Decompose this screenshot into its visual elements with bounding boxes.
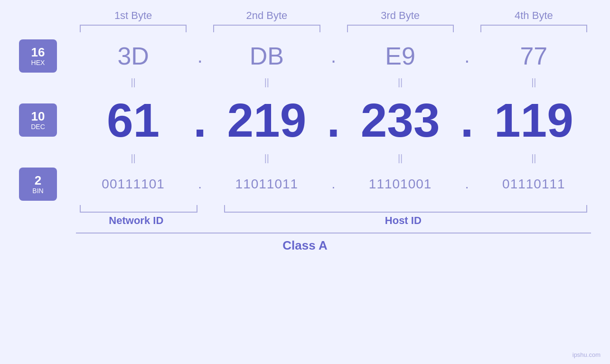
bin-b2: 11011011: [235, 177, 299, 191]
network-id-label: Network ID: [76, 215, 197, 227]
bin-b4: 01110111: [502, 177, 565, 191]
hex-num: 16: [31, 46, 45, 59]
eq1-4: ||: [477, 77, 591, 88]
dec-b2: 219: [227, 93, 306, 147]
bin-num: 2: [35, 174, 41, 187]
hex-b1: 3D: [117, 42, 149, 70]
bin-label: BIN: [32, 187, 43, 195]
bin-b1: 00111101: [102, 177, 165, 191]
hex-b3: E9: [385, 42, 415, 70]
dot2-bin: .: [324, 177, 343, 192]
dec-b3: 233: [361, 93, 440, 147]
eq2-3: ||: [343, 153, 458, 164]
dot2-hex: .: [324, 46, 343, 67]
dot3-hex: .: [458, 46, 477, 67]
eq2-1: ||: [76, 153, 190, 164]
bin-b3: 11101001: [369, 177, 432, 191]
hex-b4: 77: [520, 42, 547, 70]
page-container: 1st Byte 2nd Byte 3rd Byte 4th Byte 16 H…: [0, 0, 610, 364]
dot3-bin: .: [458, 177, 477, 192]
dec-label: DEC: [31, 123, 45, 131]
host-id-label: Host ID: [216, 215, 591, 227]
eq2-2: ||: [209, 153, 324, 164]
eq1-1: ||: [76, 77, 190, 88]
byte4-header: 4th Byte: [477, 9, 591, 25]
hex-b2: DB: [250, 42, 284, 70]
eq2-4: ||: [477, 153, 591, 164]
dec-b1: 61: [107, 93, 160, 147]
dot1-hex: .: [190, 46, 209, 67]
byte2-header: 2nd Byte: [209, 9, 324, 25]
bin-badge: 2 BIN: [19, 168, 57, 201]
dec-b4: 119: [494, 93, 573, 147]
eq1-2: ||: [209, 77, 324, 88]
dot1-bin: .: [190, 177, 209, 192]
watermark: ipshu.com: [572, 351, 601, 358]
hex-badge: 16 HEX: [19, 39, 57, 73]
dot3-dec: .: [458, 93, 477, 148]
dot2-dec: .: [324, 93, 343, 148]
byte3-header: 3rd Byte: [343, 9, 458, 25]
dot1-dec: .: [190, 93, 209, 148]
hex-label: HEX: [31, 59, 45, 66]
dec-num: 10: [31, 110, 45, 123]
class-label: Class A: [19, 238, 591, 253]
eq1-3: ||: [343, 77, 458, 88]
dec-badge: 10 DEC: [19, 103, 57, 137]
byte1-header: 1st Byte: [76, 9, 190, 25]
